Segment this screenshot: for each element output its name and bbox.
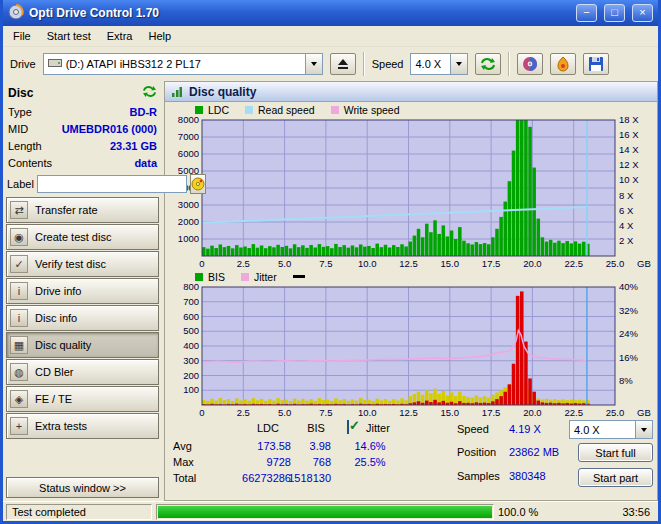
sidebar-item-disc-info[interactable]: i Disc info: [6, 305, 159, 331]
sidebar: Disc Type BD-R MID UMEBDR016 (000): [3, 81, 162, 501]
total-ldc-value: 66273286: [195, 472, 291, 484]
legend-swatch: [195, 273, 203, 281]
toolbar-separator: [363, 52, 365, 76]
disc-contents-link[interactable]: data: [134, 157, 157, 169]
elapsed-time: 33:56: [622, 506, 655, 518]
sidebar-item-transfer-rate[interactable]: ⇄ Transfer rate: [6, 197, 159, 223]
avg-jitter-value: 14.6%: [345, 440, 395, 452]
svg-text:25.0: 25.0: [606, 258, 625, 269]
sidebar-item-fe-te[interactable]: ◈ FE / TE: [6, 386, 159, 412]
svg-text:3000: 3000: [178, 199, 199, 210]
sidebar-item-label: Verify test disc: [35, 258, 106, 270]
jitter-checkbox[interactable]: [347, 420, 349, 434]
speed-stat-label: Speed: [457, 423, 489, 435]
disc-length-value: 23.31 GB: [110, 140, 157, 152]
svg-text:22.5: 22.5: [564, 407, 583, 418]
status-window-button[interactable]: Status window >>: [6, 477, 159, 498]
refresh-speed-button[interactable]: [475, 53, 501, 75]
start-full-button[interactable]: Start full: [578, 443, 653, 462]
speed-select[interactable]: 4.0 X: [410, 53, 468, 75]
write-label-button[interactable]: [190, 174, 206, 194]
total-bis-value: 1518130: [285, 472, 331, 484]
svg-text:200: 200: [183, 370, 199, 381]
create-test-disc-icon: ◉: [10, 228, 28, 246]
bis-legend: BISJitter: [165, 269, 657, 284]
start-part-button[interactable]: Start part: [578, 468, 653, 487]
cd-bler-icon: ◍: [10, 363, 28, 381]
svg-text:10 X: 10 X: [619, 174, 639, 185]
save-icon: [588, 56, 604, 72]
progress-percent: 100.0 %: [498, 506, 538, 518]
svg-text:GB: GB: [637, 258, 651, 269]
menu-start-test[interactable]: Start test: [39, 27, 99, 45]
drive-select-value: (D:) ATAPI iHBS312 2 PL17: [62, 58, 205, 70]
sidebar-item-label: Create test disc: [35, 231, 111, 243]
menu-help[interactable]: Help: [140, 27, 179, 45]
disc-mid-label: MID: [8, 123, 28, 135]
toolbar: Drive (D:) ATAPI iHBS312 2 PL17 Speed 4.…: [3, 47, 658, 81]
samples-stat-value: 380348: [509, 470, 546, 482]
legend-swatch: [245, 106, 253, 114]
progress-bar-fill: [158, 506, 492, 518]
svg-text:GB: GB: [637, 407, 651, 418]
disc-contents-row: Contents data: [6, 154, 159, 171]
svg-text:12.5: 12.5: [399, 258, 418, 269]
sidebar-item-drive-info[interactable]: i Drive info: [6, 278, 159, 304]
svg-text:2.5: 2.5: [237, 258, 250, 269]
speed-select-arrow[interactable]: [450, 54, 467, 74]
burn-tool-button[interactable]: [550, 53, 576, 75]
panel-header: Disc quality: [165, 82, 657, 102]
svg-text:8000: 8000: [178, 117, 199, 125]
position-stat-value: 23862 MB: [509, 446, 559, 458]
refresh-disc-icon[interactable]: [142, 85, 157, 101]
maximize-button[interactable]: □: [604, 4, 625, 22]
drive-select[interactable]: (D:) ATAPI iHBS312 2 PL17: [43, 53, 323, 75]
sidebar-item-label: Disc quality: [35, 339, 91, 351]
disc-type-label: Type: [8, 106, 32, 118]
max-row-label: Max: [173, 456, 194, 468]
close-button[interactable]: ×: [632, 4, 653, 22]
eject-button[interactable]: [330, 53, 356, 75]
sidebar-item-disc-quality[interactable]: ▦ Disc quality: [6, 332, 159, 358]
svg-text:17.5: 17.5: [482, 258, 501, 269]
svg-text:18 X: 18 X: [619, 117, 639, 125]
svg-text:4 X: 4 X: [619, 220, 634, 231]
status-bar: Test completed 100.0 % 33:56: [3, 501, 658, 521]
sidebar-item-create-test-disc[interactable]: ◉ Create test disc: [6, 224, 159, 250]
disc-mid-value: UMEBDR016 (000): [62, 123, 157, 135]
svg-text:8%: 8%: [619, 375, 633, 386]
sidebar-item-extra-tests[interactable]: + Extra tests: [6, 413, 159, 439]
legend-item: LDC: [195, 104, 229, 116]
minimize-button[interactable]: −: [576, 4, 597, 22]
menu-extra[interactable]: Extra: [99, 27, 141, 45]
svg-text:5.0: 5.0: [278, 407, 291, 418]
speed-stat-select[interactable]: 4.0 X: [569, 420, 653, 439]
svg-text:20.0: 20.0: [523, 407, 542, 418]
speed-stat-select-arrow[interactable]: [635, 421, 652, 438]
svg-text:300: 300: [183, 355, 199, 366]
svg-text:6 X: 6 X: [619, 205, 634, 216]
svg-text:800: 800: [183, 284, 199, 292]
legend-swatch: [195, 106, 203, 114]
svg-text:7000: 7000: [178, 131, 199, 142]
bis-column-header: BIS: [293, 422, 339, 434]
sidebar-item-cd-bler[interactable]: ◍ CD Bler: [6, 359, 159, 385]
save-tool-button[interactable]: [583, 53, 609, 75]
menu-file[interactable]: File: [5, 27, 39, 45]
svg-text:32%: 32%: [619, 305, 639, 316]
refresh-icon: [480, 57, 496, 71]
disc-label-input[interactable]: [37, 175, 187, 193]
svg-text:24%: 24%: [619, 328, 639, 339]
sidebar-item-verify-test-disc[interactable]: ✓ Verify test disc: [6, 251, 159, 277]
drive-select-arrow[interactable]: [305, 54, 322, 74]
disc-length-row: Length 23.31 GB: [6, 137, 159, 154]
menu-bar: File Start test Extra Help: [3, 26, 658, 47]
disc-quality-tool-button[interactable]: [517, 53, 543, 75]
svg-text:1000: 1000: [178, 233, 199, 244]
main-panel: Disc quality LDCRead speedWrite speed 10…: [164, 81, 658, 501]
legend-black-dash: [293, 275, 305, 278]
svg-text:5.0: 5.0: [278, 258, 291, 269]
fe-te-icon: ◈: [10, 390, 28, 408]
jitter-checkbox-label: Jitter: [366, 422, 390, 434]
svg-text:15.0: 15.0: [441, 258, 460, 269]
